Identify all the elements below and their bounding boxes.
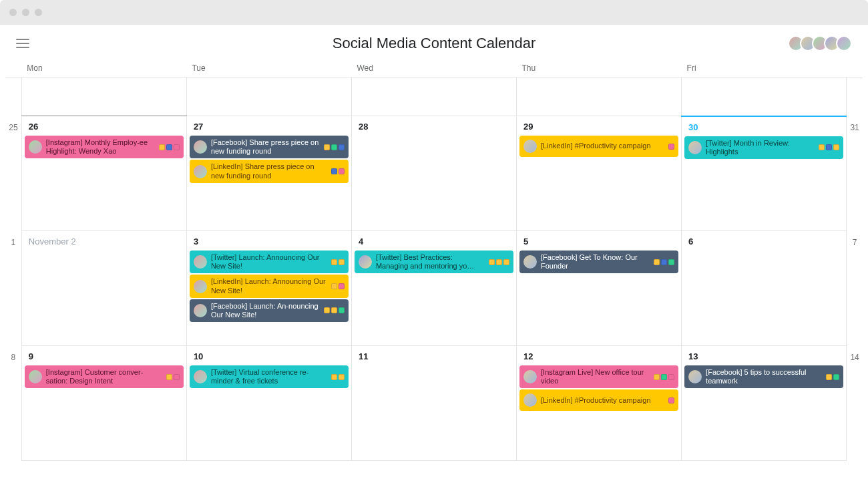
date-number: 13: [682, 346, 846, 364]
event-title: [Facebook] Share press piece on new fund…: [211, 138, 320, 156]
date-number: 11: [352, 346, 516, 364]
event-tags: [654, 259, 674, 265]
event-title: [Facebook] Launch: An-nouncing Our New S…: [211, 302, 320, 319]
weekday-header: Fri: [682, 59, 847, 77]
event-title: [Facebook] Get To Know: Our Founder: [541, 253, 650, 271]
avatar[interactable]: [836, 35, 852, 51]
event-tags: [668, 397, 674, 403]
calendar-cell[interactable]: [351, 77, 516, 116]
event-card[interactable]: [Twitter] Month in Review: Highlights: [684, 136, 843, 159]
calendar-week-row: [5, 77, 863, 116]
event-card[interactable]: [LinkedIn] Share press piece on new fund…: [190, 160, 349, 182]
event-title: [LinkedIn] Share press piece on new fund…: [211, 162, 327, 180]
weekday-header: Tue: [186, 59, 351, 77]
calendar-cell[interactable]: [21, 77, 186, 116]
event-card[interactable]: [Instagram] Customer conver-sation: Desi…: [25, 365, 184, 388]
date-number: 4: [352, 231, 516, 249]
calendar-cell[interactable]: 26 [Instagram] Monthly Employ-ee Highlig…: [21, 116, 186, 231]
calendar-cell[interactable]: 29 [LinkedIn] #Productivity campaign: [517, 116, 682, 231]
calendar-cell[interactable]: [517, 77, 682, 116]
event-card[interactable]: [Instagram Live] New office tour video: [519, 365, 678, 388]
window-close-dot[interactable]: [9, 9, 17, 16]
date-number: 12: [517, 346, 681, 364]
calendar-cell[interactable]: 6: [682, 231, 847, 346]
event-card[interactable]: [LinkedIn] Launch: Announcing Our New Si…: [190, 275, 349, 297]
avatar: [688, 370, 702, 383]
calendar-cell[interactable]: 13 [Facebook] 5 tips to successful teamw…: [682, 346, 847, 461]
gutter-date: 25: [5, 116, 21, 231]
event-card[interactable]: [Facebook] Share press piece on new fund…: [190, 136, 349, 158]
event-card[interactable]: [Twitter] Best Practices: Managing and m…: [355, 251, 513, 273]
event-title: [Twitter] Virtual conference re-minder &…: [211, 368, 327, 385]
avatar: [194, 140, 207, 154]
avatar: [194, 370, 207, 383]
hamburger-icon: [16, 43, 29, 44]
event-tags: [331, 374, 345, 380]
event-title: [Instagram Live] New office tour video: [541, 368, 650, 385]
event-card[interactable]: [LinkedIn] #Productivity campaign: [519, 136, 678, 157]
gutter-date: 14: [847, 346, 863, 461]
avatar: [523, 370, 537, 383]
calendar-cell[interactable]: [682, 77, 847, 116]
event-card[interactable]: [LinkedIn] #Productivity campaign: [519, 389, 678, 411]
event-tags: [826, 374, 839, 380]
event-card[interactable]: [Twitter] Launch: Announcing Our New Sit…: [190, 251, 349, 273]
calendar-cell[interactable]: 11: [351, 346, 516, 461]
event-card[interactable]: [Facebook] Get To Know: Our Founder: [519, 251, 678, 273]
calendar-cell[interactable]: 3 [Twitter] Launch: Announcing Our New S…: [186, 231, 351, 346]
date-number: 5: [517, 231, 681, 249]
event-title: [LinkedIn] #Productivity campaign: [541, 142, 664, 150]
event-title: [Twitter] Month in Review: Highlights: [706, 139, 815, 156]
calendar-cell[interactable]: 12 [Instagram Live] New office tour vide…: [517, 346, 682, 461]
event-tags: [331, 168, 345, 174]
event-tags: [324, 307, 345, 313]
event-title: [Twitter] Launch: Announcing Our New Sit…: [211, 253, 327, 271]
calendar-cell[interactable]: 5 [Facebook] Get To Know: Our Founder: [517, 231, 682, 346]
date-number: 9: [22, 346, 186, 364]
avatar: [359, 255, 372, 269]
calendar-cell[interactable]: 28: [351, 116, 516, 231]
event-tags: [166, 374, 180, 380]
calendar-cell[interactable]: 27 [Facebook] Share press piece on new f…: [186, 116, 351, 231]
weekday-header: Thu: [517, 59, 682, 77]
event-card[interactable]: [Facebook] Launch: An-nouncing Our New S…: [190, 299, 349, 322]
window-minimize-dot[interactable]: [22, 9, 29, 16]
avatar: [194, 255, 207, 269]
gutter-date: 7: [847, 231, 863, 346]
avatar: [194, 304, 207, 317]
event-card[interactable]: [Facebook] 5 tips to successful teamwork: [684, 365, 843, 388]
calendar-week-row: 25 26 [Instagram] Monthly Employ-ee High…: [5, 116, 863, 231]
gutter-date: 31: [847, 116, 863, 231]
calendar-grid: Mon Tue Wed Thu Fri 25 26 [Instagram] Mo…: [5, 59, 863, 461]
weekday-header: Wed: [351, 59, 516, 77]
calendar-cell[interactable]: [186, 77, 351, 116]
event-tags: [324, 144, 345, 150]
event-tags: [668, 144, 674, 150]
calendar-cell[interactable]: 30 [Twitter] Month in Review: Highlights: [682, 116, 847, 231]
event-card[interactable]: [Instagram] Monthly Employ-ee Highlight:…: [25, 136, 184, 158]
event-card[interactable]: [Twitter] Virtual conference re-minder &…: [190, 365, 349, 388]
date-number: 29: [517, 116, 681, 134]
calendar: Mon Tue Wed Thu Fri 25 26 [Instagram] Mo…: [0, 59, 868, 466]
avatar: [523, 140, 537, 153]
calendar-cell[interactable]: November 2: [21, 231, 186, 346]
calendar-week-row: 8 9 [Instagram] Customer conver-sation: …: [5, 346, 863, 461]
date-number: 27: [187, 116, 351, 134]
event-title: [Instagram] Customer conver-sation: Desi…: [46, 368, 162, 385]
gutter-date: 1: [5, 231, 21, 346]
date-number: 6: [682, 231, 846, 249]
window-maximize-dot[interactable]: [35, 9, 42, 16]
calendar-cell[interactable]: 9 [Instagram] Customer conver-sation: De…: [21, 346, 186, 461]
avatar: [194, 165, 207, 178]
event-title: [LinkedIn] Launch: Announcing Our New Si…: [211, 277, 327, 295]
hamburger-icon: [16, 39, 29, 40]
menu-button[interactable]: [16, 34, 35, 53]
event-tags: [331, 283, 345, 289]
collaborator-avatars[interactable]: [792, 35, 852, 51]
avatar: [688, 141, 702, 154]
calendar-cell[interactable]: 10 [Twitter] Virtual conference re-minde…: [186, 346, 351, 461]
weekday-header: Mon: [21, 59, 186, 77]
calendar-cell[interactable]: 4 [Twitter] Best Practices: Managing and…: [351, 231, 516, 346]
event-tags: [819, 144, 839, 150]
date-number: November 2: [22, 231, 186, 249]
